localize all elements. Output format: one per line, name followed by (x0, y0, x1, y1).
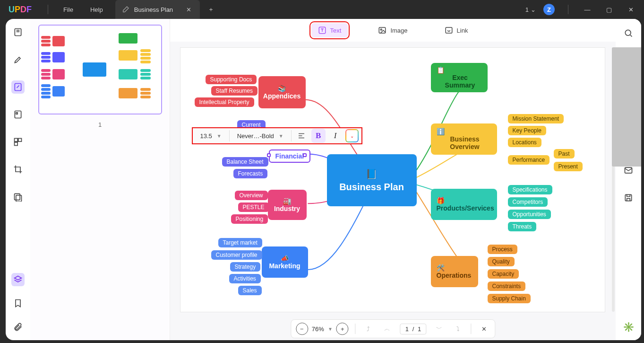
pill-competitors[interactable]: Competitors (508, 197, 548, 207)
font-size-dropdown[interactable]: 13.5 ▼ (196, 129, 226, 142)
image-icon (378, 26, 386, 35)
bookmark-icon[interactable] (11, 297, 25, 310)
pill-balance[interactable]: Balance Sheet (222, 157, 268, 167)
font-size-value: 13.5 (200, 132, 212, 140)
pill-target[interactable]: Target market (218, 238, 262, 247)
page-thumbnail[interactable] (38, 25, 162, 114)
pill-constraints[interactable]: Constraints (488, 281, 526, 291)
node-exec[interactable]: 📋 Exec Summary (431, 63, 488, 92)
node-industry[interactable]: 🏭 Industry (268, 190, 307, 220)
crop-icon[interactable] (11, 163, 25, 176)
organize-icon[interactable] (11, 135, 25, 149)
pill-customer[interactable]: Customer profile (211, 250, 262, 260)
resize-handle[interactable] (303, 153, 307, 157)
zoom-value[interactable]: 76% (312, 325, 324, 333)
pill-present[interactable]: Present (554, 162, 583, 171)
pill-locations[interactable]: Locations (508, 138, 541, 147)
chevron-down-icon[interactable]: ▼ (328, 326, 333, 332)
reader-icon[interactable] (11, 26, 25, 39)
node-label: Exec Summary (437, 74, 484, 89)
pill-forecasts[interactable]: Forecasts (233, 169, 268, 178)
font-color-button[interactable]: ⌄ (345, 129, 359, 142)
canvas-viewport[interactable]: 📘 Business Plan 📚 Appendices Supporting … (176, 47, 609, 334)
link-tool[interactable]: Link (438, 23, 475, 37)
node-appendices[interactable]: 📚 Appendices (258, 76, 306, 108)
node-products[interactable]: 🎁 Products/Services (431, 189, 497, 220)
attachment-icon[interactable] (11, 320, 25, 334)
svg-rect-5 (18, 139, 21, 142)
svg-point-13 (625, 30, 631, 35)
pill-threats[interactable]: Threats (508, 222, 537, 231)
node-overview[interactable]: ℹ️ Business Overview (431, 123, 497, 155)
pill-capacity[interactable]: Capacity (488, 269, 519, 279)
pill-mission[interactable]: Mission Statement (508, 114, 564, 123)
minimize-button[interactable]: — (578, 2, 597, 17)
pill-process[interactable]: Process (488, 245, 517, 254)
highlighter-icon[interactable] (11, 53, 25, 66)
menu-file[interactable]: File (55, 0, 82, 19)
pill-strategy[interactable]: Strategy (230, 262, 261, 272)
ai-icon[interactable]: ✳️ (622, 320, 635, 334)
pill-overview[interactable]: Overview (235, 191, 268, 200)
workspace: 1 Text Image Link (6, 19, 641, 340)
node-label: Products/Services (437, 204, 494, 212)
menu-help[interactable]: Help (82, 0, 112, 19)
pill-supporting-docs[interactable]: Supporting Docs (206, 75, 257, 84)
pill-specs[interactable]: Specifications (508, 185, 552, 194)
first-page-button[interactable]: ⤴ (362, 323, 375, 335)
last-page-button[interactable]: ⤵ (452, 323, 464, 335)
align-button[interactable] (294, 129, 309, 143)
layers-icon[interactable] (11, 273, 25, 286)
maximize-button[interactable]: ▢ (600, 2, 618, 17)
vertical-scrollbar[interactable] (612, 47, 615, 312)
node-operations[interactable]: 🛠️ Operations (431, 256, 478, 287)
svg-rect-4 (14, 139, 17, 142)
pill-ip[interactable]: Intellectual Property (195, 97, 254, 107)
bold-button[interactable]: B (311, 129, 326, 143)
scrollbar-thumb[interactable] (612, 47, 641, 167)
zoom-out-button[interactable]: − (296, 323, 308, 335)
add-tab-button[interactable]: ＋ (206, 4, 216, 15)
next-page-button[interactable]: ﹀ (433, 323, 445, 335)
pill-sales[interactable]: Sales (238, 286, 262, 295)
pill-positioning[interactable]: Positioning (231, 214, 268, 224)
avatar[interactable]: Z (543, 4, 555, 15)
canvas-page[interactable]: 📘 Business Plan 📚 Appendices Supporting … (180, 47, 605, 312)
edit-icon[interactable] (11, 80, 25, 94)
zoom-in-button[interactable]: + (336, 323, 349, 335)
italic-button[interactable]: I (328, 129, 343, 143)
font-family-dropdown[interactable]: Never…-Bold ▼ (232, 129, 288, 142)
svg-rect-12 (446, 27, 452, 33)
tools-icon: 🛠️ (437, 264, 445, 272)
image-tool[interactable]: Image (371, 23, 414, 37)
pill-performance[interactable]: Performance (508, 155, 550, 165)
window-count[interactable]: 1 ⌄ (525, 6, 536, 13)
text-tool[interactable]: Text (311, 23, 348, 37)
close-tab-icon[interactable]: ✕ (186, 6, 191, 13)
pill-past[interactable]: Past (554, 149, 575, 158)
document-tab[interactable]: Business Plan ✕ (115, 0, 200, 19)
pill-keypeople[interactable]: Key People (508, 126, 546, 135)
form-icon[interactable] (11, 108, 25, 121)
eraser-icon (122, 6, 129, 13)
redact-icon[interactable] (11, 190, 25, 203)
close-button[interactable]: ✕ (621, 2, 640, 17)
text-tool-label: Text (330, 27, 342, 34)
prev-page-button[interactable]: ︿ (381, 323, 394, 335)
search-icon[interactable] (622, 26, 635, 40)
page-indicator[interactable]: 1 / 1 (400, 324, 426, 334)
node-center[interactable]: 📘 Business Plan (327, 154, 417, 206)
pill-supply[interactable]: Supply Chain (488, 294, 531, 303)
pill-opportunities[interactable]: Opportunities (508, 210, 551, 219)
pill-activities[interactable]: Activities (229, 274, 261, 283)
link-icon (445, 26, 453, 35)
pill-staff-resumes[interactable]: Staff Resumes (211, 86, 258, 96)
pill-quality[interactable]: Quality (488, 257, 515, 266)
chevron-down-icon: ▼ (279, 133, 283, 139)
pill-pestle[interactable]: PESTLE (238, 202, 269, 212)
save-icon[interactable] (622, 191, 635, 204)
resize-handle[interactable] (267, 153, 271, 157)
factory-icon: 🏭 (283, 197, 291, 205)
node-marketing[interactable]: 📣 Marketing (262, 246, 308, 278)
close-footer-button[interactable]: ✕ (478, 323, 490, 335)
